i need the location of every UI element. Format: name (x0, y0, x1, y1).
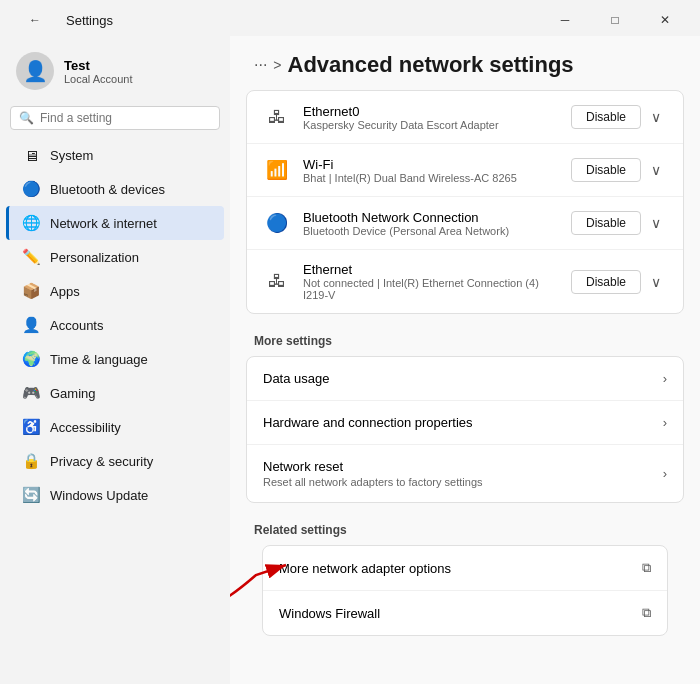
more-settings-chevron-0: › (663, 371, 667, 386)
sidebar-item-personalization[interactable]: ✏️Personalization (6, 240, 224, 274)
nav-label-7: Gaming (50, 386, 96, 401)
user-name: Test (64, 58, 133, 73)
user-profile[interactable]: 👤 Test Local Account (0, 44, 230, 106)
sidebar-item-windows-update[interactable]: 🔄Windows Update (6, 478, 224, 512)
title-bar-left: ← Settings (12, 5, 113, 35)
maximize-button[interactable]: □ (592, 5, 638, 35)
nav-label-6: Time & language (50, 352, 148, 367)
more-settings-item-1[interactable]: Hardware and connection properties› (247, 401, 683, 445)
nav-icon-8: ♿ (22, 418, 40, 436)
adapter-chevron-3[interactable]: ∨ (645, 270, 667, 294)
adapter-item-3: 🖧EthernetNot connected | Intel(R) Ethern… (247, 250, 683, 313)
adapter-list: 🖧Ethernet0Kaspersky Security Data Escort… (246, 90, 684, 314)
adapter-info-1: Wi-FiBhat | Intel(R) Dual Band Wireless-… (303, 157, 559, 184)
adapter-icon-0: 🖧 (263, 103, 291, 131)
more-settings-name-2: Network reset (263, 459, 663, 474)
nav-label-2: Network & internet (50, 216, 157, 231)
more-settings-text-2: Network resetReset all network adapters … (263, 459, 663, 488)
breadcrumb-dots[interactable]: ··· (254, 56, 267, 74)
disable-button-0[interactable]: Disable (571, 105, 641, 129)
adapter-desc-0: Kaspersky Security Data Escort Adapter (303, 119, 559, 131)
nav-icon-3: ✏️ (22, 248, 40, 266)
nav-icon-9: 🔒 (22, 452, 40, 470)
breadcrumb: ··· > Advanced network settings (230, 36, 700, 86)
sidebar-item-accessibility[interactable]: ♿Accessibility (6, 410, 224, 444)
sidebar-item-network---internet[interactable]: 🌐Network & internet (6, 206, 224, 240)
nav-label-4: Apps (50, 284, 80, 299)
disable-button-3[interactable]: Disable (571, 270, 641, 294)
disable-button-2[interactable]: Disable (571, 211, 641, 235)
sidebar-item-time---language[interactable]: 🌍Time & language (6, 342, 224, 376)
more-settings-desc-2: Reset all network adapters to factory se… (263, 476, 663, 488)
related-settings-label: Related settings (230, 507, 700, 541)
nav-icon-1: 🔵 (22, 180, 40, 198)
sidebar-item-privacy---security[interactable]: 🔒Privacy & security (6, 444, 224, 478)
minimize-button[interactable]: ─ (542, 5, 588, 35)
sidebar-items: 🖥System🔵Bluetooth & devices🌐Network & in… (0, 138, 230, 512)
more-settings-label: More settings (230, 318, 700, 352)
related-item-name-0: More network adapter options (279, 561, 642, 576)
search-box[interactable]: 🔍 (10, 106, 220, 130)
sidebar-item-accounts[interactable]: 👤Accounts (6, 308, 224, 342)
sidebar: 👤 Test Local Account 🔍 🖥System🔵Bluetooth… (0, 36, 230, 684)
adapter-item-1: 📶Wi-FiBhat | Intel(R) Dual Band Wireless… (247, 144, 683, 197)
close-button[interactable]: ✕ (642, 5, 688, 35)
nav-label-10: Windows Update (50, 488, 148, 503)
disable-button-1[interactable]: Disable (571, 158, 641, 182)
adapter-item-2: 🔵Bluetooth Network ConnectionBluetooth D… (247, 197, 683, 250)
nav-label-9: Privacy & security (50, 454, 153, 469)
adapter-actions-3: Disable∨ (571, 270, 667, 294)
nav-icon-7: 🎮 (22, 384, 40, 402)
user-sub: Local Account (64, 73, 133, 85)
nav-icon-10: 🔄 (22, 486, 40, 504)
nav-icon-5: 👤 (22, 316, 40, 334)
user-info: Test Local Account (64, 58, 133, 85)
adapter-actions-0: Disable∨ (571, 105, 667, 129)
adapter-icon-2: 🔵 (263, 209, 291, 237)
adapter-icon-3: 🖧 (263, 268, 291, 296)
more-settings-item-2[interactable]: Network resetReset all network adapters … (247, 445, 683, 502)
sidebar-item-system[interactable]: 🖥System (6, 138, 224, 172)
nav-label-5: Accounts (50, 318, 103, 333)
more-settings-chevron-1: › (663, 415, 667, 430)
avatar: 👤 (16, 52, 54, 90)
nav-icon-2: 🌐 (22, 214, 40, 232)
adapter-icon-1: 📶 (263, 156, 291, 184)
nav-label-3: Personalization (50, 250, 139, 265)
adapter-name-3: Ethernet (303, 262, 559, 277)
adapter-desc-1: Bhat | Intel(R) Dual Band Wireless-AC 82… (303, 172, 559, 184)
adapter-actions-2: Disable∨ (571, 211, 667, 235)
adapter-item-0: 🖧Ethernet0Kaspersky Security Data Escort… (247, 91, 683, 144)
sidebar-item-apps[interactable]: 📦Apps (6, 274, 224, 308)
adapter-chevron-0[interactable]: ∨ (645, 105, 667, 129)
external-link-icon-0: ⧉ (642, 560, 651, 576)
more-settings-item-0[interactable]: Data usage› (247, 357, 683, 401)
adapter-name-2: Bluetooth Network Connection (303, 210, 559, 225)
title-bar: ← Settings ─ □ ✕ (0, 0, 700, 36)
related-wrapper: More network adapter options⧉Windows Fir… (246, 545, 684, 636)
more-settings-text-1: Hardware and connection properties (263, 415, 663, 430)
related-list: More network adapter options⧉Windows Fir… (262, 545, 668, 636)
back-button[interactable]: ← (12, 5, 58, 35)
search-input[interactable] (40, 111, 211, 125)
more-settings-list: Data usage›Hardware and connection prope… (246, 356, 684, 503)
sidebar-item-bluetooth---devices[interactable]: 🔵Bluetooth & devices (6, 172, 224, 206)
nav-icon-4: 📦 (22, 282, 40, 300)
nav-label-1: Bluetooth & devices (50, 182, 165, 197)
related-item-0[interactable]: More network adapter options⧉ (263, 546, 667, 591)
adapter-name-0: Ethernet0 (303, 104, 559, 119)
adapter-chevron-2[interactable]: ∨ (645, 211, 667, 235)
app-container: 👤 Test Local Account 🔍 🖥System🔵Bluetooth… (0, 36, 700, 684)
more-settings-chevron-2: › (663, 466, 667, 481)
adapter-actions-1: Disable∨ (571, 158, 667, 182)
nav-label-0: System (50, 148, 93, 163)
related-item-1[interactable]: Windows Firewall⧉ (263, 591, 667, 635)
adapter-chevron-1[interactable]: ∨ (645, 158, 667, 182)
search-icon: 🔍 (19, 111, 34, 125)
main-content: ··· > Advanced network settings 🖧Etherne… (230, 36, 700, 684)
adapter-info-3: EthernetNot connected | Intel(R) Etherne… (303, 262, 559, 301)
window-title: Settings (66, 13, 113, 28)
related-item-name-1: Windows Firewall (279, 606, 642, 621)
sidebar-item-gaming[interactable]: 🎮Gaming (6, 376, 224, 410)
more-settings-text-0: Data usage (263, 371, 663, 386)
